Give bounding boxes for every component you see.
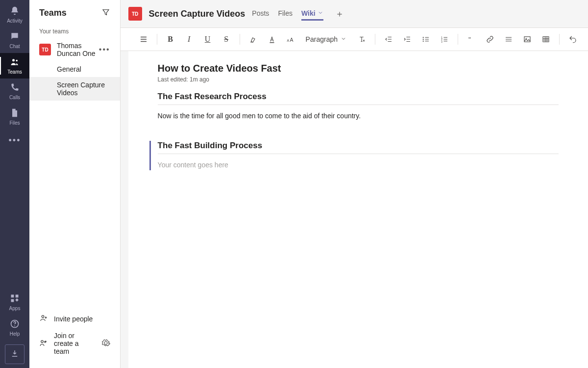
tab-wiki[interactable]: Wiki bbox=[301, 7, 323, 21]
filter-icon[interactable] bbox=[101, 8, 110, 18]
help-icon bbox=[10, 319, 20, 330]
team-add-icon bbox=[39, 339, 48, 349]
gear-icon[interactable] bbox=[101, 339, 110, 349]
rail-label: Teams bbox=[7, 69, 22, 75]
invite-icon bbox=[39, 314, 48, 324]
chat-icon bbox=[10, 31, 20, 43]
rail-chat[interactable]: Chat bbox=[0, 27, 29, 53]
chevron-down-icon bbox=[318, 9, 323, 17]
rail-label: Chat bbox=[9, 44, 20, 49]
hr-button[interactable] bbox=[500, 31, 517, 48]
rail-apps[interactable]: Apps bbox=[0, 289, 29, 315]
separator bbox=[375, 34, 375, 45]
wiki-section-placeholder[interactable]: Your content goes here bbox=[158, 160, 559, 170]
rail-files[interactable]: Files bbox=[0, 104, 29, 130]
tab-files[interactable]: Files bbox=[278, 7, 293, 21]
svg-text:A: A bbox=[287, 39, 289, 42]
numbered-list-button[interactable]: 123 bbox=[436, 31, 453, 48]
svg-point-1 bbox=[16, 60, 18, 62]
wiki-editor[interactable]: How to Create Videos Fast Last edited: 1… bbox=[128, 51, 588, 368]
channel-avatar: TD bbox=[128, 7, 142, 21]
rail-more[interactable]: ••• bbox=[9, 130, 21, 152]
svg-point-0 bbox=[12, 59, 15, 61]
rail-download[interactable] bbox=[5, 344, 24, 364]
svg-text:": " bbox=[468, 36, 471, 43]
bulleted-list-button[interactable] bbox=[417, 31, 434, 48]
rail-calls[interactable]: Calls bbox=[0, 79, 29, 104]
quote-button[interactable]: " bbox=[463, 31, 480, 48]
bold-button[interactable]: B bbox=[162, 31, 179, 48]
rail-activity[interactable]: Activity bbox=[0, 2, 29, 27]
rail-label: Calls bbox=[9, 95, 20, 100]
wiki-section-1[interactable]: The Fast Research Process Now is the tim… bbox=[158, 92, 559, 121]
table-button[interactable] bbox=[538, 31, 554, 48]
svg-rect-22 bbox=[543, 37, 549, 42]
svg-point-7 bbox=[42, 315, 44, 318]
rail-teams[interactable]: Teams bbox=[0, 53, 29, 79]
rail-label: Files bbox=[9, 120, 20, 126]
svg-point-15 bbox=[423, 41, 424, 42]
indent-button[interactable] bbox=[399, 31, 416, 48]
undo-button[interactable] bbox=[564, 31, 581, 48]
highlight-button[interactable] bbox=[245, 31, 262, 48]
main-header: TD Screen Capture Videos Posts Files Wik… bbox=[121, 0, 588, 27]
team-more-icon[interactable]: ••• bbox=[99, 45, 110, 54]
teams-icon bbox=[10, 57, 20, 68]
channel-title: Screen Capture Videos bbox=[149, 9, 245, 19]
separator bbox=[157, 34, 157, 45]
join-create-team-button[interactable]: Join or create a team bbox=[29, 328, 120, 359]
invite-people-button[interactable]: Invite people bbox=[29, 310, 120, 328]
italic-button[interactable]: I bbox=[181, 31, 197, 48]
link-button[interactable] bbox=[482, 31, 498, 48]
svg-rect-10 bbox=[270, 42, 274, 43]
join-label: Join or create a team bbox=[54, 332, 96, 355]
wiki-page-title[interactable]: How to Create Videos Fast bbox=[158, 63, 559, 74]
chevron-down-icon bbox=[341, 35, 346, 43]
svg-text:A: A bbox=[290, 37, 293, 43]
panel-footer: Invite people Join or create a team bbox=[29, 306, 120, 368]
main-content: TD Screen Capture Videos Posts Files Wik… bbox=[121, 0, 588, 368]
paragraph-label: Paragraph bbox=[306, 35, 338, 43]
add-tab-button[interactable]: ＋ bbox=[332, 8, 347, 20]
separator bbox=[559, 34, 560, 45]
hamburger-icon[interactable] bbox=[135, 31, 152, 48]
underline-button[interactable]: U bbox=[199, 31, 216, 48]
teams-panel: Teams Your teams TD Thomas Duncan One ••… bbox=[29, 0, 121, 368]
team-avatar: TD bbox=[39, 44, 51, 55]
wiki-section-body[interactable]: Now is the time for all good men to come… bbox=[158, 111, 559, 121]
separator bbox=[240, 34, 240, 45]
svg-point-14 bbox=[423, 39, 424, 40]
svg-rect-4 bbox=[11, 299, 14, 302]
wiki-section-heading[interactable]: The Fast Building Process bbox=[158, 141, 559, 154]
clear-formatting-button[interactable] bbox=[353, 31, 370, 48]
svg-rect-3 bbox=[16, 295, 19, 298]
svg-point-6 bbox=[14, 325, 15, 326]
team-row[interactable]: TD Thomas Duncan One ••• bbox=[29, 38, 120, 61]
panel-title: Teams bbox=[39, 8, 67, 18]
toolbar: B I U S AA Paragraph 123 " bbox=[121, 27, 588, 51]
svg-text:3: 3 bbox=[441, 41, 442, 43]
outdent-button[interactable] bbox=[380, 31, 397, 48]
strikethrough-button[interactable]: S bbox=[218, 31, 235, 48]
rail-label: Activity bbox=[7, 18, 23, 24]
image-button[interactable] bbox=[519, 31, 536, 48]
svg-point-8 bbox=[41, 340, 44, 342]
font-size-button[interactable]: AA bbox=[282, 31, 299, 48]
wiki-section-heading[interactable]: The Fast Research Process bbox=[158, 92, 559, 105]
bell-icon bbox=[10, 6, 20, 17]
svg-rect-20 bbox=[524, 37, 530, 42]
tab-posts[interactable]: Posts bbox=[252, 7, 269, 21]
rail-help[interactable]: Help bbox=[0, 315, 29, 341]
app-rail: Activity Chat Teams Calls Files ••• Apps… bbox=[0, 0, 29, 368]
svg-point-13 bbox=[423, 37, 424, 38]
download-icon bbox=[10, 349, 19, 360]
channel-screen-capture[interactable]: Screen Capture Videos bbox=[29, 77, 120, 101]
channel-general[interactable]: General bbox=[29, 61, 120, 77]
font-color-button[interactable] bbox=[264, 31, 280, 48]
panel-header: Teams bbox=[29, 0, 120, 23]
paragraph-dropdown[interactable]: Paragraph bbox=[301, 35, 351, 43]
wiki-section-2[interactable]: The Fast Building Process Your content g… bbox=[149, 141, 559, 170]
rail-label: Help bbox=[10, 331, 20, 337]
wiki-last-edited: Last edited: 1m ago bbox=[158, 76, 559, 83]
team-name: Thomas Duncan One bbox=[57, 42, 99, 57]
